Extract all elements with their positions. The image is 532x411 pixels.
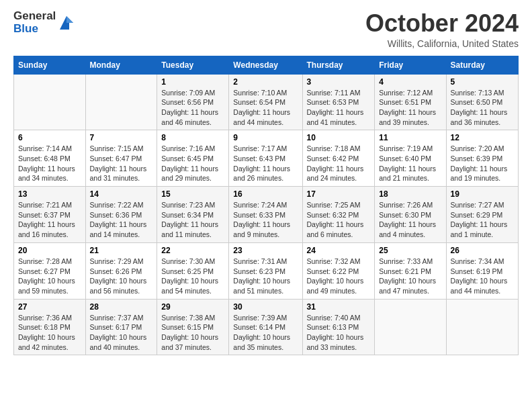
calendar-cell: 21Sunrise: 7:29 AM Sunset: 6:26 PM Dayli… <box>85 242 157 299</box>
day-number: 11 <box>379 133 441 142</box>
calendar-cell: 15Sunrise: 7:23 AM Sunset: 6:34 PM Dayli… <box>157 187 229 243</box>
calendar-cell: 27Sunrise: 7:36 AM Sunset: 6:18 PM Dayli… <box>14 299 86 355</box>
calendar-cell: 23Sunrise: 7:31 AM Sunset: 6:23 PM Dayli… <box>229 242 302 299</box>
calendar-cell: 22Sunrise: 7:30 AM Sunset: 6:25 PM Dayli… <box>157 242 229 299</box>
calendar-cell: 1Sunrise: 7:09 AM Sunset: 6:56 PM Daylig… <box>157 74 229 130</box>
day-number: 26 <box>451 246 514 255</box>
day-info: Sunrise: 7:14 AM Sunset: 6:48 PM Dayligh… <box>18 144 81 183</box>
calendar-cell: 4Sunrise: 7:12 AM Sunset: 6:51 PM Daylig… <box>375 74 446 130</box>
day-info: Sunrise: 7:31 AM Sunset: 6:23 PM Dayligh… <box>233 257 298 296</box>
day-header-wednesday: Wednesday <box>229 56 302 74</box>
day-info: Sunrise: 7:39 AM Sunset: 6:14 PM Dayligh… <box>233 313 298 353</box>
calendar-cell <box>375 299 446 355</box>
logo-icon <box>57 13 76 32</box>
day-number: 1 <box>161 77 224 87</box>
calendar-cell: 16Sunrise: 7:24 AM Sunset: 6:33 PM Dayli… <box>229 187 302 243</box>
day-info: Sunrise: 7:26 AM Sunset: 6:30 PM Dayligh… <box>379 200 441 240</box>
day-header-sunday: Sunday <box>14 56 86 74</box>
day-number: 10 <box>307 133 371 142</box>
day-info: Sunrise: 7:37 AM Sunset: 6:17 PM Dayligh… <box>90 313 153 353</box>
day-header-saturday: Saturday <box>446 56 518 74</box>
week-row-1: 1Sunrise: 7:09 AM Sunset: 6:56 PM Daylig… <box>14 74 519 130</box>
calendar-cell: 29Sunrise: 7:38 AM Sunset: 6:15 PM Dayli… <box>157 299 229 355</box>
calendar-cell: 7Sunrise: 7:15 AM Sunset: 6:47 PM Daylig… <box>85 130 157 187</box>
calendar-cell: 6Sunrise: 7:14 AM Sunset: 6:48 PM Daylig… <box>14 130 86 187</box>
month-title: October 2024 <box>365 10 519 37</box>
day-info: Sunrise: 7:12 AM Sunset: 6:51 PM Dayligh… <box>379 88 441 128</box>
day-info: Sunrise: 7:15 AM Sunset: 6:47 PM Dayligh… <box>90 144 153 183</box>
calendar-cell: 20Sunrise: 7:28 AM Sunset: 6:27 PM Dayli… <box>14 242 86 299</box>
title-block: October 2024 Willits, California, United… <box>365 10 519 49</box>
week-row-2: 6Sunrise: 7:14 AM Sunset: 6:48 PM Daylig… <box>14 130 519 187</box>
header-row: SundayMondayTuesdayWednesdayThursdayFrid… <box>14 56 519 74</box>
day-number: 2 <box>233 77 298 87</box>
day-number: 5 <box>451 77 514 87</box>
calendar-cell: 28Sunrise: 7:37 AM Sunset: 6:17 PM Dayli… <box>85 299 157 355</box>
day-info: Sunrise: 7:40 AM Sunset: 6:13 PM Dayligh… <box>307 313 371 353</box>
day-number: 19 <box>451 189 514 199</box>
week-row-3: 13Sunrise: 7:21 AM Sunset: 6:37 PM Dayli… <box>14 187 519 243</box>
day-info: Sunrise: 7:29 AM Sunset: 6:26 PM Dayligh… <box>90 257 153 296</box>
day-info: Sunrise: 7:24 AM Sunset: 6:33 PM Dayligh… <box>233 200 298 240</box>
calendar-cell: 13Sunrise: 7:21 AM Sunset: 6:37 PM Dayli… <box>14 187 86 243</box>
calendar-table: SundayMondayTuesdayWednesdayThursdayFrid… <box>13 56 519 356</box>
day-number: 12 <box>451 133 514 142</box>
day-info: Sunrise: 7:20 AM Sunset: 6:39 PM Dayligh… <box>451 144 514 183</box>
day-info: Sunrise: 7:34 AM Sunset: 6:19 PM Dayligh… <box>451 257 514 296</box>
day-info: Sunrise: 7:30 AM Sunset: 6:25 PM Dayligh… <box>161 257 224 296</box>
calendar-cell: 5Sunrise: 7:13 AM Sunset: 6:50 PM Daylig… <box>446 74 518 130</box>
week-row-5: 27Sunrise: 7:36 AM Sunset: 6:18 PM Dayli… <box>14 299 519 355</box>
calendar-cell: 9Sunrise: 7:17 AM Sunset: 6:43 PM Daylig… <box>229 130 302 187</box>
day-number: 28 <box>90 302 153 312</box>
calendar-cell: 31Sunrise: 7:40 AM Sunset: 6:13 PM Dayli… <box>302 299 375 355</box>
day-info: Sunrise: 7:19 AM Sunset: 6:40 PM Dayligh… <box>379 144 441 183</box>
day-info: Sunrise: 7:28 AM Sunset: 6:27 PM Dayligh… <box>18 257 81 296</box>
calendar-cell: 14Sunrise: 7:22 AM Sunset: 6:36 PM Dayli… <box>85 187 157 243</box>
day-number: 25 <box>379 246 441 255</box>
day-info: Sunrise: 7:21 AM Sunset: 6:37 PM Dayligh… <box>18 200 81 240</box>
calendar-cell: 2Sunrise: 7:10 AM Sunset: 6:54 PM Daylig… <box>229 74 302 130</box>
day-info: Sunrise: 7:38 AM Sunset: 6:15 PM Dayligh… <box>161 313 224 353</box>
day-info: Sunrise: 7:23 AM Sunset: 6:34 PM Dayligh… <box>161 200 224 240</box>
day-number: 17 <box>307 189 371 199</box>
day-info: Sunrise: 7:25 AM Sunset: 6:32 PM Dayligh… <box>307 200 371 240</box>
day-info: Sunrise: 7:27 AM Sunset: 6:29 PM Dayligh… <box>451 200 514 240</box>
day-number: 20 <box>18 246 81 255</box>
day-number: 3 <box>307 77 371 87</box>
day-info: Sunrise: 7:13 AM Sunset: 6:50 PM Dayligh… <box>451 88 514 128</box>
logo-general: General <box>13 10 56 23</box>
day-number: 7 <box>90 133 153 142</box>
day-number: 31 <box>307 302 371 312</box>
week-row-4: 20Sunrise: 7:28 AM Sunset: 6:27 PM Dayli… <box>14 242 519 299</box>
calendar-cell: 17Sunrise: 7:25 AM Sunset: 6:32 PM Dayli… <box>302 187 375 243</box>
day-number: 27 <box>18 302 81 312</box>
day-header-tuesday: Tuesday <box>157 56 229 74</box>
day-info: Sunrise: 7:32 AM Sunset: 6:22 PM Dayligh… <box>307 257 371 296</box>
day-info: Sunrise: 7:22 AM Sunset: 6:36 PM Dayligh… <box>90 200 153 240</box>
header: General Blue October 2024 Willits, Calif… <box>13 10 519 49</box>
day-info: Sunrise: 7:17 AM Sunset: 6:43 PM Dayligh… <box>233 144 298 183</box>
day-header-friday: Friday <box>375 56 446 74</box>
calendar-cell: 10Sunrise: 7:18 AM Sunset: 6:42 PM Dayli… <box>302 130 375 187</box>
day-number: 9 <box>233 133 298 142</box>
day-info: Sunrise: 7:18 AM Sunset: 6:42 PM Dayligh… <box>307 144 371 183</box>
calendar-cell: 26Sunrise: 7:34 AM Sunset: 6:19 PM Dayli… <box>446 242 518 299</box>
day-number: 23 <box>233 246 298 255</box>
day-number: 4 <box>379 77 441 87</box>
day-number: 30 <box>233 302 298 312</box>
day-info: Sunrise: 7:33 AM Sunset: 6:21 PM Dayligh… <box>379 257 441 296</box>
day-number: 24 <box>307 246 371 255</box>
day-info: Sunrise: 7:10 AM Sunset: 6:54 PM Dayligh… <box>233 88 298 128</box>
day-number: 29 <box>161 302 224 312</box>
calendar-cell: 30Sunrise: 7:39 AM Sunset: 6:14 PM Dayli… <box>229 299 302 355</box>
calendar-cell: 8Sunrise: 7:16 AM Sunset: 6:45 PM Daylig… <box>157 130 229 187</box>
svg-marker-1 <box>66 16 73 23</box>
day-info: Sunrise: 7:09 AM Sunset: 6:56 PM Dayligh… <box>161 88 224 128</box>
day-header-thursday: Thursday <box>302 56 375 74</box>
calendar-cell: 11Sunrise: 7:19 AM Sunset: 6:40 PM Dayli… <box>375 130 446 187</box>
day-number: 13 <box>18 189 81 199</box>
location: Willits, California, United States <box>365 38 519 49</box>
day-info: Sunrise: 7:36 AM Sunset: 6:18 PM Dayligh… <box>18 313 81 353</box>
calendar-cell: 19Sunrise: 7:27 AM Sunset: 6:29 PM Dayli… <box>446 187 518 243</box>
day-number: 8 <box>161 133 224 142</box>
